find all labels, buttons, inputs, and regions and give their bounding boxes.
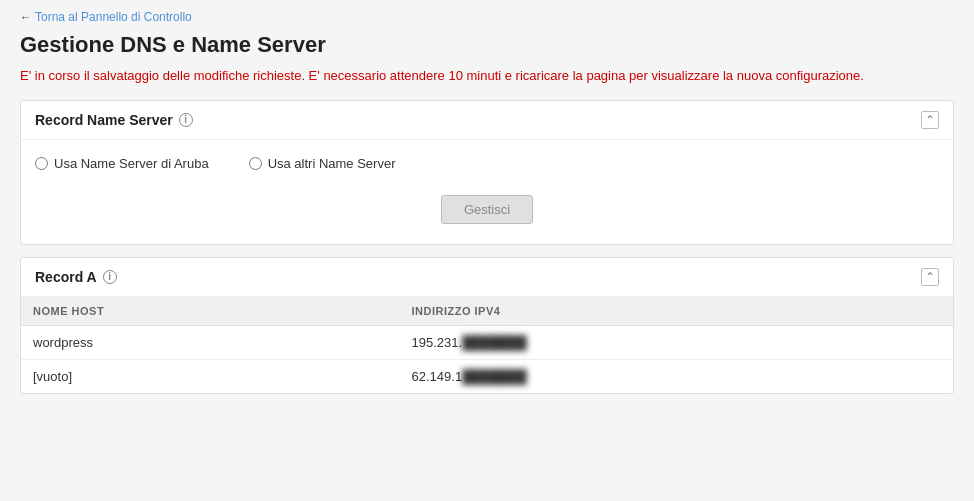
- table-row: wordpress195.231.███████: [21, 325, 953, 359]
- record-a-table-body: wordpress195.231.███████[vuoto]62.149.1█…: [21, 325, 953, 393]
- panel-nameserver-title: Record Name Server i: [35, 112, 193, 128]
- back-arrow-icon: ←: [20, 11, 31, 23]
- panel-record-a: Record A i ⌃ NOME HOST INDIRIZZO IPV4 wo…: [20, 257, 954, 394]
- record-a-table: NOME HOST INDIRIZZO IPV4 wordpress195.23…: [21, 297, 953, 393]
- table-header-row: NOME HOST INDIRIZZO IPV4: [21, 297, 953, 326]
- col-ipv4: INDIRIZZO IPV4: [400, 297, 953, 326]
- gestisci-button-container: Gestisci: [35, 189, 939, 228]
- page-title: Gestione DNS e Name Server: [20, 32, 954, 58]
- table-row: [vuoto]62.149.1███████: [21, 359, 953, 393]
- radio-altri-label: Usa altri Name Server: [268, 156, 396, 171]
- cell-nome-host: [vuoto]: [21, 359, 400, 393]
- cell-nome-host: wordpress: [21, 325, 400, 359]
- back-link[interactable]: ← Torna al Pannello di Controllo: [20, 10, 954, 24]
- radio-aruba-label: Usa Name Server di Aruba: [54, 156, 209, 171]
- record-a-table-wrapper: NOME HOST INDIRIZZO IPV4 wordpress195.23…: [21, 297, 953, 393]
- gestisci-button[interactable]: Gestisci: [441, 195, 533, 224]
- alert-message: E' in corso il salvataggio delle modific…: [20, 66, 954, 86]
- panel-nameserver-body: Usa Name Server di Aruba Usa altri Name …: [21, 140, 953, 244]
- record-a-info-icon[interactable]: i: [103, 270, 117, 284]
- back-link-text[interactable]: Torna al Pannello di Controllo: [35, 10, 192, 24]
- cell-ipv4: 195.231.███████: [400, 325, 953, 359]
- col-nome-host: NOME HOST: [21, 297, 400, 326]
- panel-record-a-header: Record A i ⌃: [21, 258, 953, 297]
- cell-ipv4: 62.149.1███████: [400, 359, 953, 393]
- radio-aruba-input[interactable]: [35, 157, 48, 170]
- nameserver-info-icon[interactable]: i: [179, 113, 193, 127]
- radio-altri[interactable]: Usa altri Name Server: [249, 156, 396, 171]
- record-a-table-head: NOME HOST INDIRIZZO IPV4: [21, 297, 953, 326]
- panel-nameserver-header: Record Name Server i ⌃: [21, 101, 953, 140]
- panel-record-a-body: NOME HOST INDIRIZZO IPV4 wordpress195.23…: [21, 297, 953, 393]
- record-a-collapse-icon[interactable]: ⌃: [921, 268, 939, 286]
- panel-nameserver: Record Name Server i ⌃ Usa Name Server d…: [20, 100, 954, 245]
- radio-aruba[interactable]: Usa Name Server di Aruba: [35, 156, 209, 171]
- radio-altri-input[interactable]: [249, 157, 262, 170]
- panel-record-a-title: Record A i: [35, 269, 117, 285]
- nameserver-radio-options: Usa Name Server di Aruba Usa altri Name …: [35, 156, 939, 171]
- nameserver-collapse-icon[interactable]: ⌃: [921, 111, 939, 129]
